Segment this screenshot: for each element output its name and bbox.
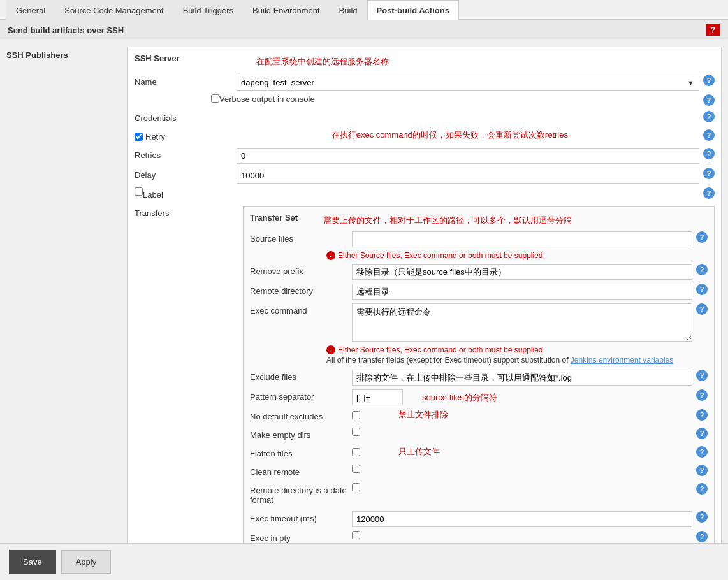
- flatten-help-icon[interactable]: ?: [696, 446, 708, 458]
- label-label: Label: [143, 187, 219, 202]
- name-select[interactable]: dapeng_test_server: [237, 75, 699, 91]
- section-title: Send build artifacts over SSH: [8, 25, 124, 35]
- remove-prefix-label: Remove prefix: [250, 264, 352, 279]
- retry-help-icon[interactable]: ?: [703, 129, 715, 141]
- remote-date-row: Remote directory is a date format ?: [250, 483, 708, 507]
- label-checkbox[interactable]: [135, 187, 143, 196]
- no-default-label: No default excludes: [250, 409, 352, 424]
- remove-prefix-row: Remove prefix ?: [250, 264, 708, 280]
- remote-dir-row: Remote directory ?: [250, 284, 708, 300]
- remove-prefix-help-icon[interactable]: ?: [696, 264, 708, 275]
- name-row: Name dapeng_test_server ?: [135, 75, 715, 91]
- ssh-publishers-label: SSH Publishers: [0, 45, 96, 65]
- tab-general[interactable]: General: [6, 0, 55, 20]
- remote-dir-input[interactable]: [352, 284, 692, 300]
- exec-command-input[interactable]: [352, 303, 692, 342]
- source-files-label: Source files: [250, 231, 352, 246]
- remote-date-help-icon[interactable]: ?: [696, 483, 708, 495]
- delay-row: Delay ?: [135, 168, 715, 184]
- clean-remote-row: Clean remote ?: [250, 465, 708, 479]
- label-help-icon[interactable]: ?: [703, 187, 715, 199]
- exec-command-label: Exec command: [250, 303, 352, 318]
- retries-label: Retries: [135, 148, 237, 163]
- section-help[interactable]: ?: [706, 24, 720, 36]
- env-link[interactable]: Jenkins environment variables: [571, 356, 673, 365]
- verbose-help-icon[interactable]: ?: [703, 94, 715, 106]
- tab-scm[interactable]: Source Code Management: [55, 0, 173, 20]
- apply-button[interactable]: Apply: [61, 550, 112, 574]
- error-msg-1: Either Source files, Exec command or bot…: [338, 251, 543, 260]
- retry-row: Retry 在执行exec command的时候，如果失败，会重新尝试次数ret…: [135, 129, 715, 144]
- pattern-sep-annotation: source files的分隔符: [422, 392, 497, 403]
- make-empty-checkbox[interactable]: [352, 428, 360, 436]
- error-row-1: - Either Source files, Exec command or b…: [326, 251, 708, 260]
- exec-timeout-row: Exec timeout (ms) ?: [250, 511, 708, 527]
- error-row-2: - Either Source files, Exec command or b…: [326, 345, 708, 354]
- verbose-row: Verbose output in console ?: [211, 94, 715, 106]
- error-msg-2: Either Source files, Exec command or bot…: [338, 345, 543, 354]
- clean-remote-label: Clean remote: [250, 465, 352, 479]
- ssh-server-box: SSH Server 在配置系统中创建的远程服务器名称 Name dapeng_…: [127, 47, 722, 580]
- retry-label: Retry: [145, 129, 222, 144]
- source-files-help-icon[interactable]: ?: [696, 231, 708, 243]
- clean-remote-help-icon[interactable]: ?: [696, 465, 708, 476]
- env-note-text: All of the transfer fields (except for E…: [326, 356, 571, 365]
- transfers-row: Transfers Transfer Set 需要上传的文件，相对于工作区的路径…: [135, 206, 715, 580]
- clean-remote-checkbox[interactable]: [352, 465, 360, 473]
- make-empty-help-icon[interactable]: ?: [696, 428, 708, 439]
- source-files-row: Source files ?: [250, 231, 708, 247]
- credentials-row: Credentials ?: [135, 111, 715, 126]
- remote-date-checkbox[interactable]: [352, 483, 360, 491]
- remote-date-label: Remote directory is a date format: [250, 483, 352, 507]
- exec-command-help-icon[interactable]: ?: [696, 303, 708, 315]
- exclude-files-row: Exclude files ?: [250, 370, 708, 386]
- transfers-label: Transfers: [135, 206, 237, 221]
- remove-prefix-input[interactable]: [352, 264, 692, 280]
- ssh-server-title: SSH Server: [135, 54, 180, 63]
- transfer-set-box: Transfer Set 需要上传的文件，相对于工作区的路径，可以多个，默认用逗…: [243, 206, 715, 580]
- pattern-sep-input[interactable]: [352, 389, 403, 405]
- name-help-icon[interactable]: ?: [703, 75, 715, 86]
- tab-post-build[interactable]: Post-build Actions: [367, 0, 459, 20]
- remote-dir-help-icon[interactable]: ?: [696, 284, 708, 295]
- bottom-bar: Save Apply: [0, 543, 728, 580]
- exclude-files-help-icon[interactable]: ?: [696, 370, 708, 381]
- name-label: Name: [135, 75, 237, 89]
- remote-dir-label: Remote directory: [250, 284, 352, 298]
- retries-input[interactable]: [237, 148, 699, 164]
- verbose-checkbox[interactable]: [211, 94, 219, 103]
- source-files-input[interactable]: [352, 231, 692, 247]
- flatten-checkbox[interactable]: [352, 448, 360, 456]
- section-header: Send build artifacts over SSH ?: [0, 20, 728, 40]
- make-empty-row: Make empty dirs ?: [250, 428, 708, 442]
- exec-pty-help-icon[interactable]: ?: [696, 531, 708, 542]
- no-default-annotation: 禁止文件排除: [398, 409, 448, 421]
- credentials-help-icon[interactable]: ?: [703, 111, 715, 122]
- credentials-label: Credentials: [135, 111, 237, 126]
- env-note-row: All of the transfer fields (except for E…: [326, 356, 708, 365]
- tab-build-triggers[interactable]: Build Triggers: [173, 0, 243, 20]
- make-empty-label: Make empty dirs: [250, 428, 352, 442]
- tabs-bar: General Source Code Management Build Tri…: [0, 0, 728, 20]
- no-default-checkbox[interactable]: [352, 411, 360, 419]
- pattern-sep-help-icon[interactable]: ?: [696, 389, 708, 401]
- transfer-set-title: Transfer Set: [250, 213, 298, 222]
- flatten-label: Flatten files: [250, 446, 352, 461]
- delay-input[interactable]: [237, 168, 699, 184]
- exclude-files-input[interactable]: [352, 370, 692, 386]
- exec-timeout-help-icon[interactable]: ?: [696, 511, 708, 523]
- label-row: Label ?: [135, 187, 715, 202]
- pattern-sep-label: Pattern separator: [250, 389, 352, 404]
- retry-checkbox[interactable]: [135, 133, 143, 141]
- retries-help-icon[interactable]: ?: [703, 148, 715, 159]
- exclude-files-label: Exclude files: [250, 370, 352, 384]
- exec-timeout-input[interactable]: [352, 511, 692, 527]
- pattern-sep-row: Pattern separator source files的分隔符 ?: [250, 389, 708, 405]
- no-default-help-icon[interactable]: ?: [696, 409, 708, 421]
- delay-label: Delay: [135, 168, 237, 182]
- tab-build[interactable]: Build: [330, 0, 367, 20]
- save-button[interactable]: Save: [9, 550, 56, 574]
- exec-pty-checkbox[interactable]: [352, 531, 360, 539]
- delay-help-icon[interactable]: ?: [703, 168, 715, 179]
- tab-build-env[interactable]: Build Environment: [243, 0, 330, 20]
